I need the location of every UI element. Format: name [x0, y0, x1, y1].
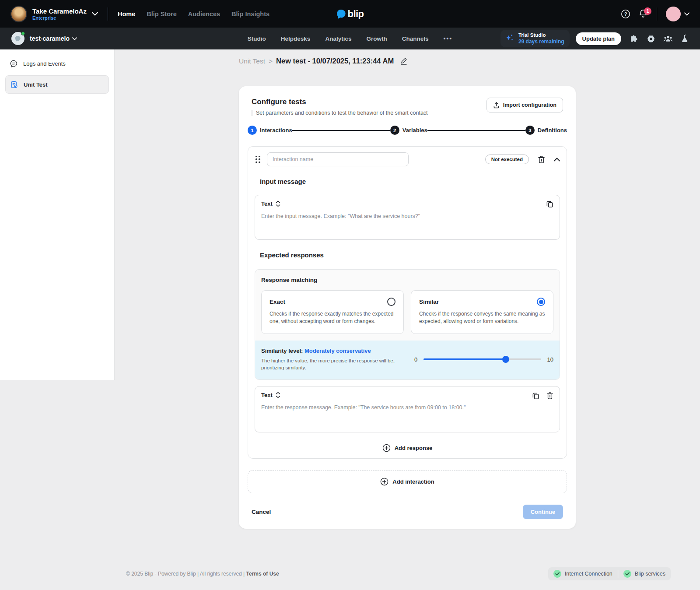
add-interaction-area[interactable]: Add interaction	[248, 470, 567, 493]
nav-studio[interactable]: Studio	[248, 35, 266, 42]
nav-home[interactable]: Home	[118, 11, 135, 18]
nav-growth[interactable]: Growth	[366, 35, 387, 42]
copy-icon	[532, 392, 539, 400]
workspace-switcher[interactable]: test-caramelo	[11, 32, 77, 45]
step-definitions[interactable]: 3 Definitions	[525, 126, 567, 135]
svg-text:?: ?	[624, 11, 627, 17]
gear-icon[interactable]	[647, 34, 655, 43]
input-type-select[interactable]: Text	[261, 200, 280, 207]
puzzle-icon[interactable]	[630, 34, 639, 43]
top-bar: Take CarameloAz Enterprise Home Blip Sto…	[0, 0, 700, 28]
plus-circle-icon	[382, 444, 391, 452]
response-message-textarea[interactable]	[261, 404, 553, 422]
step-connector	[427, 130, 525, 131]
drag-handle[interactable]	[255, 155, 261, 164]
plus-circle-icon	[380, 478, 388, 486]
delete-response-button[interactable]	[546, 392, 553, 400]
nav-blip-insights[interactable]: Blip Insights	[231, 11, 270, 18]
check-icon	[623, 570, 631, 578]
add-response-button[interactable]: Add response	[382, 444, 433, 452]
blip-logo-text: blip	[347, 8, 364, 20]
help-button[interactable]: ?	[621, 9, 630, 19]
copy-response-button[interactable]	[532, 392, 539, 400]
step-interactions[interactable]: 1 Interactions	[248, 126, 292, 135]
nav-analytics[interactable]: Analytics	[325, 35, 351, 42]
nav-helpdesks[interactable]: Helpdesks	[281, 35, 311, 42]
profile-menu[interactable]	[666, 7, 690, 21]
users-icon[interactable]	[663, 34, 673, 43]
breadcrumb-parent[interactable]: Unit Test	[239, 57, 265, 65]
divider	[108, 7, 108, 21]
update-plan-button[interactable]: Update plan	[576, 32, 621, 45]
trial-title: Trial Studio	[518, 32, 564, 38]
nav-more-button[interactable]: •••	[443, 35, 452, 42]
upload-icon	[493, 102, 500, 109]
similarity-label: Similarity level:	[261, 348, 303, 354]
page-title: New test - 10/07/2025, 11:23:44 AM	[276, 57, 394, 65]
chevron-up-icon	[554, 158, 560, 162]
matching-option-similar[interactable]: Similar Checks if the response conveys t…	[411, 290, 553, 334]
response-type-value: Text	[261, 392, 273, 398]
option-description: Checks if the response exactly matches t…	[270, 310, 396, 326]
terms-of-use-link[interactable]: Terms of Use	[246, 571, 279, 577]
option-description: Checks if the response conveys the same …	[419, 310, 545, 326]
sidebar-item-label: Logs and Events	[23, 60, 66, 67]
flask-icon[interactable]	[681, 34, 689, 43]
copy-input-button[interactable]	[546, 200, 553, 208]
nav-audiences[interactable]: Audiences	[188, 11, 220, 18]
edit-title-button[interactable]	[400, 57, 408, 65]
response-matching-label: Response matching	[261, 277, 553, 283]
select-chevrons-icon	[276, 200, 280, 207]
content-area: Logs and Events Unit Test Unit Test > Ne…	[0, 49, 700, 590]
continue-button[interactable]: Continue	[523, 505, 563, 519]
similarity-slider-track[interactable]	[424, 358, 541, 360]
matching-option-radio[interactable]	[387, 298, 396, 306]
import-configuration-button[interactable]: Import configuration	[486, 98, 563, 112]
interaction-name-input[interactable]	[267, 152, 409, 166]
pencil-icon	[400, 57, 408, 65]
input-message-textarea[interactable]	[261, 213, 553, 231]
sidebar-item-logs-and-events[interactable]: Logs and Events	[5, 56, 109, 72]
footer: © 2025 Blip - Powered by Blip | All righ…	[115, 567, 700, 590]
response-matching-box: Response matching Exact Checks if the re…	[255, 269, 560, 380]
unit-test-icon	[10, 80, 18, 89]
nav-blip-store[interactable]: Blip Store	[147, 11, 176, 18]
similarity-slider-fill	[424, 358, 506, 360]
response-type-select[interactable]: Text	[261, 392, 280, 398]
step-number: 3	[525, 126, 535, 135]
similarity-slider-thumb[interactable]	[502, 356, 509, 363]
profile-avatar	[666, 7, 681, 21]
option-title: Similar	[419, 299, 439, 305]
trash-icon	[546, 392, 553, 400]
card-title: Configure tests	[252, 98, 428, 106]
blip-services-status: Blip services	[623, 570, 665, 578]
step-number: 2	[390, 126, 399, 135]
nav-channels[interactable]: Channels	[402, 35, 429, 42]
top-bar-right: ? 1	[621, 7, 690, 21]
main-panel: Unit Test > New test - 10/07/2025, 11:23…	[115, 49, 700, 590]
add-interaction-button[interactable]: Add interaction	[380, 478, 434, 486]
stepper: 1 Interactions 2 Variables 3 Definitions	[248, 126, 567, 135]
cancel-button[interactable]: Cancel	[252, 509, 271, 515]
blip-logo: blip	[336, 8, 364, 20]
input-message-box: Text	[255, 195, 560, 240]
blip-bubble-icon	[336, 9, 346, 19]
step-variables[interactable]: 2 Variables	[390, 126, 427, 135]
similarity-slider: 0 10	[414, 356, 553, 363]
notifications-button[interactable]: 1	[638, 9, 648, 19]
chatbot-bubble-icon	[14, 35, 21, 42]
sidebar-item-unit-test[interactable]: Unit Test	[5, 75, 109, 94]
response-message-box: Text	[255, 386, 560, 432]
account-switcher[interactable]: Take CarameloAz Enterprise	[10, 6, 98, 22]
similarity-value-link[interactable]: Moderately conservative	[304, 348, 371, 354]
collapse-interaction-button[interactable]	[554, 158, 560, 162]
matching-option-radio[interactable]	[537, 298, 545, 306]
configure-tests-card: Configure tests Set parameters and condi…	[239, 86, 576, 529]
breadcrumb: Unit Test > New test - 10/07/2025, 11:23…	[239, 57, 576, 65]
slider-max-label: 10	[547, 356, 553, 363]
internet-connection-status: Internet Connection	[553, 570, 612, 578]
input-type-value: Text	[261, 200, 273, 207]
online-dot	[21, 32, 25, 35]
delete-interaction-button[interactable]	[538, 155, 545, 164]
matching-option-exact[interactable]: Exact Checks if the response exactly mat…	[261, 290, 404, 334]
